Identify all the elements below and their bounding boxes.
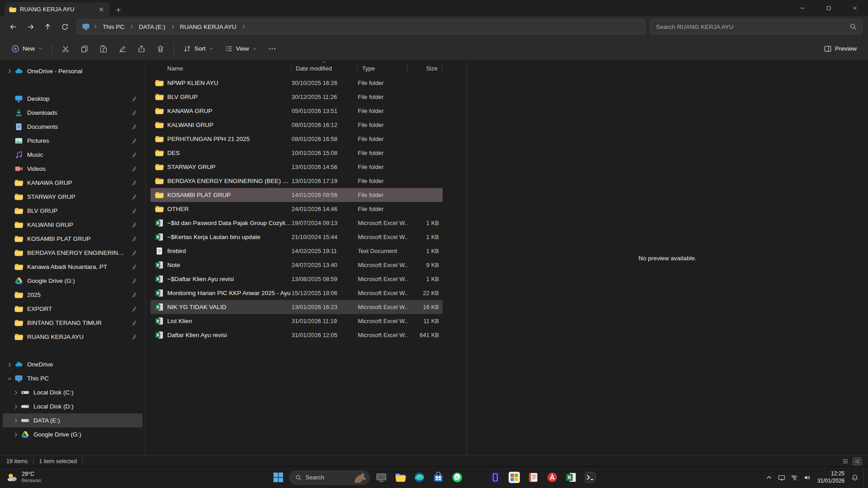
expand-chevron-icon[interactable]: [6, 180, 13, 186]
expand-chevron-icon[interactable]: [13, 432, 19, 438]
sidebar-item[interactable]: Kanawa Abadi Nusantara, PT: [3, 260, 142, 274]
up-button[interactable]: [40, 19, 55, 34]
expand-chevron-icon[interactable]: [6, 152, 13, 158]
widgets-button[interactable]: 29°C Berawan: [2, 469, 46, 485]
sidebar-item[interactable]: Documents: [3, 120, 142, 134]
remote-desktop-icon[interactable]: [373, 470, 389, 485]
sidebar-item[interactable]: Local Disk (C:): [3, 385, 142, 399]
hidden-icons-chevron[interactable]: [764, 473, 774, 483]
sidebar-item[interactable]: Google Drive (G:): [3, 427, 142, 441]
chevron-right-icon[interactable]: [93, 24, 98, 29]
firebird[interactable]: firebird 14/02/2025 19:11 Text Document …: [151, 244, 443, 258]
sidebar-item[interactable]: Downloads: [3, 106, 142, 120]
display-tray-icon[interactable]: [777, 473, 787, 483]
Monitoring Harian PIC KKP Anwar 2025 - Ayu[interactable]: Monitoring Harian PIC KKP Anwar 2025 - A…: [151, 286, 443, 300]
sort-button[interactable]: Sort: [178, 41, 219, 57]
PERHITUNGAN PPH 21 2025[interactable]: PERHITUNGAN PPH 21 2025 08/01/2026 16:58…: [151, 132, 443, 146]
terminal-icon[interactable]: [582, 470, 598, 485]
phone-link-icon[interactable]: [487, 470, 503, 485]
new-button[interactable]: New: [6, 41, 48, 57]
expand-chevron-icon[interactable]: [6, 361, 13, 368]
expand-chevron-icon[interactable]: [13, 418, 19, 424]
red-a-app-icon[interactable]: [544, 470, 560, 485]
expand-chevron-icon[interactable]: [13, 389, 19, 396]
sidebar-item[interactable]: BINTANG TERANG TIMUR: [3, 316, 142, 330]
expand-chevron-icon[interactable]: [6, 292, 13, 298]
sidebar-item[interactable]: This PC: [3, 371, 142, 385]
expand-chevron-icon[interactable]: [6, 222, 13, 228]
BERDAYA ENERGY ENGINERING (BEE) GRUP[interactable]: BERDAYA ENERGY ENGINERING (BEE) GRUP 13/…: [151, 174, 443, 188]
back-button[interactable]: [5, 19, 21, 34]
paste-button[interactable]: [94, 41, 113, 57]
sidebar-item[interactable]: Music: [3, 148, 142, 162]
forward-button[interactable]: [23, 19, 38, 34]
Daftar Klien Ayu revisi[interactable]: Daftar Klien Ayu revisi 31/01/2026 12:05…: [151, 328, 443, 342]
expand-chevron-icon[interactable]: [6, 124, 13, 130]
sidebar-item[interactable]: KANAWA GRUP: [3, 176, 142, 190]
expand-chevron-icon[interactable]: [6, 194, 13, 200]
sidebar-item[interactable]: OneDrive: [3, 357, 142, 371]
search-icon[interactable]: [849, 23, 857, 30]
sidebar-item[interactable]: Pictures: [3, 134, 142, 148]
tab-close-icon[interactable]: [98, 6, 105, 13]
close-button[interactable]: [842, 0, 868, 16]
whatsapp-icon[interactable]: [449, 470, 465, 485]
expand-chevron-icon[interactable]: [6, 375, 13, 382]
sidebar-item[interactable]: DATA (E:): [3, 413, 142, 427]
sidebar-item[interactable]: Videos: [3, 162, 142, 176]
delete-button[interactable]: [151, 41, 170, 57]
List Klien[interactable]: List Klien 31/01/2026 11:19 Microsoft Ex…: [151, 314, 443, 328]
file-explorer-icon[interactable]: [392, 470, 408, 485]
notifications-bell-icon[interactable]: [850, 473, 860, 483]
refresh-button[interactable]: [57, 19, 72, 34]
address-bar[interactable]: This PC DATA (E:) RUANG KERJA AYU: [77, 19, 646, 34]
list-view-toggle[interactable]: [841, 457, 850, 465]
rename-button[interactable]: [113, 41, 132, 57]
clock[interactable]: 12:25 31/01/2026: [817, 470, 844, 484]
column-header-type[interactable]: Type: [358, 64, 407, 73]
sidebar-item[interactable]: STARWAY GRUP: [3, 190, 142, 204]
OTHER[interactable]: OTHER 24/01/2026 14:46 File folder: [151, 202, 443, 216]
sidebar-item[interactable]: RUANG KERJA AYU: [3, 330, 142, 344]
maximize-button[interactable]: [816, 0, 842, 16]
sidebar-item[interactable]: Local Disk (D:): [3, 399, 142, 413]
DES[interactable]: DES 10/01/2026 15:08 File folder: [151, 146, 443, 160]
new-tab-button[interactable]: [112, 4, 125, 16]
onenote-icon[interactable]: [525, 470, 541, 485]
sidebar-item[interactable]: OneDrive - Personal: [3, 64, 142, 78]
start-button[interactable]: [270, 470, 286, 485]
BLV GRUP[interactable]: BLV GRUP 30/12/2025 11:26 File folder: [151, 90, 443, 104]
expand-chevron-icon[interactable]: [6, 68, 13, 75]
show-desktop-button[interactable]: [863, 469, 865, 487]
column-header-date-modified[interactable]: Date modified: [291, 64, 358, 73]
chevron-right-icon[interactable]: [170, 24, 175, 29]
sidebar-item[interactable]: 2025: [3, 288, 142, 302]
expand-chevron-icon[interactable]: [6, 264, 13, 270]
cut-button[interactable]: [57, 41, 75, 57]
NIK YG TIDAK VALID[interactable]: NIK YG TIDAK VALID 13/01/2026 16:23 Micr…: [151, 300, 443, 314]
KALWANI GRUP[interactable]: KALWANI GRUP 08/01/2026 16:12 File folde…: [151, 118, 443, 132]
expand-chevron-icon[interactable]: [13, 404, 19, 410]
sidebar-item[interactable]: Google Drive (G:): [3, 274, 142, 288]
explorer-search[interactable]: [650, 19, 863, 34]
chevron-right-icon[interactable]: [129, 24, 134, 29]
share-button[interactable]: [132, 41, 151, 57]
column-header-size[interactable]: Size: [407, 64, 443, 73]
sidebar-item[interactable]: EXPORT: [3, 302, 142, 316]
expand-chevron-icon[interactable]: [6, 334, 13, 340]
expand-chevron-icon[interactable]: [6, 306, 13, 312]
microsoft-365-icon[interactable]: [506, 470, 522, 485]
volume-icon[interactable]: [802, 473, 812, 483]
breadcrumb-item[interactable]: RUANG KERJA AYU: [176, 22, 240, 32]
STARWAY GRUP[interactable]: STARWAY GRUP 13/01/2026 14:56 File folde…: [151, 160, 443, 174]
Note[interactable]: Note 24/07/2025 13:40 Microsoft Excel W.…: [151, 258, 443, 272]
~$Daftar Klien Ayu revisi[interactable]: ~$Daftar Klien Ayu revisi 13/08/2025 08:…: [151, 272, 443, 286]
expand-chevron-icon[interactable]: [6, 208, 13, 214]
more-options-button[interactable]: [263, 41, 281, 57]
chevron-right-icon[interactable]: [241, 24, 246, 29]
view-button[interactable]: View: [220, 41, 262, 57]
column-header-name[interactable]: Name: [151, 64, 291, 73]
taskbar-search[interactable]: Search: [289, 470, 370, 485]
~$Id dan Pasword Data Pajak Group Cozylila New[interactable]: ~$Id dan Pasword Data Pajak Group Cozyli…: [151, 216, 443, 230]
expand-chevron-icon[interactable]: [6, 236, 13, 242]
